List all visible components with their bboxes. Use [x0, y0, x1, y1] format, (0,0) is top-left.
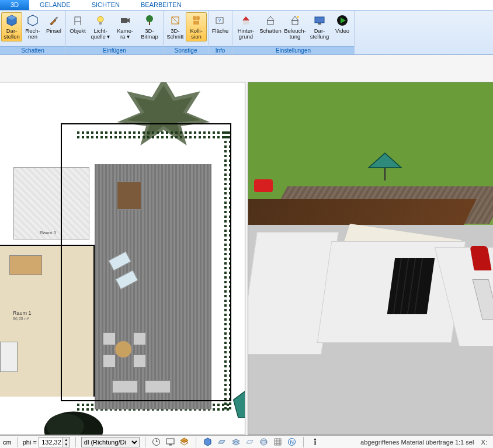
lightbulb-icon [94, 14, 107, 27]
svg-point-11 [146, 15, 153, 22]
svg-text:N: N [290, 439, 294, 445]
phi-input[interactable] [39, 439, 63, 446]
plane-light-icon[interactable] [245, 437, 255, 447]
phi-spin-up[interactable]: ▲ [63, 437, 70, 442]
svg-marker-47 [218, 440, 225, 443]
svg-marker-49 [232, 442, 239, 445]
ribbon: Dar- stellen Rech- nen Pinsel Schatten O… [0, 11, 493, 55]
collision-icon [190, 14, 203, 27]
ribbon-group-info: ? Fläche Info [209, 11, 232, 54]
ribbon-group-einstellungen: Hinter- grund Schatten Beleuch- tung Dar… [232, 11, 355, 54]
svg-rect-9 [121, 18, 127, 23]
svg-rect-42 [166, 439, 174, 444]
svg-point-51 [261, 439, 267, 445]
unit-label: cm [0, 439, 15, 446]
kollision-button[interactable]: Kolli- sion [186, 12, 207, 41]
svg-rect-4 [75, 17, 81, 22]
north-icon[interactable]: N [287, 437, 297, 447]
svg-rect-28 [318, 23, 321, 25]
room3-label: Raum 3 [40, 230, 56, 235]
tab-3d[interactable]: 3D [0, 0, 29, 10]
clock-icon[interactable] [151, 437, 161, 447]
svg-rect-17 [193, 21, 199, 25]
sphere-icon[interactable] [259, 437, 269, 447]
tab-bearbeiten[interactable]: BEARBEITEN [130, 0, 192, 10]
svg-point-15 [193, 16, 196, 20]
statusbar-tools: N [148, 437, 324, 447]
schnitt3d-button[interactable]: 3D- Schnitt [165, 12, 186, 41]
svg-point-16 [196, 16, 200, 20]
room1-label: Raum 1 [13, 310, 32, 316]
tree-icon [143, 14, 156, 27]
svg-rect-43 [169, 444, 172, 446]
tab-gelaende[interactable]: GELÄNDE [29, 0, 81, 10]
darstellen-button[interactable]: Dar- stellen [1, 12, 22, 41]
svg-marker-22 [267, 16, 274, 20]
svg-rect-56 [314, 441, 315, 445]
status-message: abgegriffenes Material übertrage 1:1 sel [360, 439, 474, 446]
objekt-button[interactable]: Objekt [67, 12, 88, 36]
svg-point-26 [297, 16, 299, 18]
coord-x-label: X: [481, 439, 487, 446]
section3d-icon [169, 14, 182, 27]
cube-color-icon[interactable] [203, 437, 213, 447]
svg-marker-46 [204, 438, 211, 446]
stack-icon[interactable] [231, 437, 241, 447]
2d-plan-viewport[interactable]: Raum 3 Raum 1 86,20 m² [0, 82, 245, 435]
bitmap3d-button[interactable]: 3D- Bitmap [137, 12, 162, 41]
darstellung-button[interactable]: Dar- stellung [307, 12, 332, 41]
house-light-icon [289, 14, 301, 27]
ribbon-group-einfuegen: Objekt Licht- quelle ▾ Kame- ra ▾ 3D- Bi… [66, 11, 164, 54]
dl-select[interactable]: dl (Richtung/Di [81, 437, 140, 447]
beleuchtung-button[interactable]: Beleuch- tung [283, 12, 307, 41]
chair-icon [71, 14, 84, 27]
phi-spin-down[interactable]: ▼ [63, 442, 70, 447]
house-shadow-icon [264, 14, 277, 27]
ribbon-tabstrip: 3D GELÄNDE SICHTEN BEARBEITEN [0, 0, 493, 11]
tab-sichten[interactable]: SICHTEN [81, 0, 130, 10]
svg-rect-12 [149, 22, 150, 25]
monitor-small-icon[interactable] [165, 437, 175, 447]
svg-line-14 [172, 17, 179, 24]
brush-icon [47, 14, 60, 27]
cube-shaded-icon [5, 14, 18, 27]
3d-viewport[interactable] [248, 82, 493, 435]
house-bg-icon [239, 14, 252, 27]
svg-marker-37 [369, 153, 401, 168]
camera-icon [119, 14, 131, 27]
ribbon-group-label: Sonstige [164, 46, 208, 54]
info-cursor-icon[interactable] [310, 437, 320, 447]
ribbon-group-label: Einstellungen [232, 46, 354, 54]
svg-marker-33 [234, 390, 245, 418]
ribbon-group-label: Einfügen [66, 46, 163, 54]
svg-rect-25 [292, 20, 298, 25]
ribbon-group-label: Info [209, 46, 232, 54]
plane-xy-icon[interactable] [217, 437, 227, 447]
kamera-button[interactable]: Kame- ra ▾ [113, 12, 137, 41]
hintergrund-button[interactable]: Hinter- grund [234, 12, 258, 41]
video-button[interactable]: Video [332, 12, 353, 36]
svg-marker-50 [246, 440, 253, 443]
svg-rect-23 [268, 20, 273, 25]
ribbon-group-schatten: Dar- stellen Rech- nen Pinsel Schatten [0, 11, 66, 54]
room1-area: 86,20 m² [13, 317, 29, 321]
svg-marker-20 [242, 16, 249, 20]
grid-icon[interactable] [273, 437, 283, 447]
svg-rect-55 [314, 439, 316, 440]
ribbon-group-sonstige: 3D- Schnitt Kolli- sion Sonstige [164, 11, 209, 54]
status-right: abgegriffenes Material übertrage 1:1 sel… [360, 439, 493, 446]
statusbar: cm phi = ▲ ▼ dl (Richtung/Di N abge [0, 435, 493, 448]
lichtquelle-button[interactable]: Licht- quelle ▾ [88, 12, 113, 41]
workspace: Raum 3 Raum 1 86,20 m² [0, 55, 493, 435]
layers-icon[interactable] [179, 437, 189, 447]
rechnen-button[interactable]: Rech- nen [22, 12, 43, 41]
schatten-button[interactable]: Schatten [258, 12, 283, 36]
pinsel-button[interactable]: Pinsel [43, 12, 64, 36]
svg-point-7 [98, 16, 103, 22]
phi-spinner[interactable]: ▲ ▼ [39, 437, 70, 447]
play-icon [336, 14, 349, 27]
monitor-icon [313, 14, 326, 27]
flaeche-button[interactable]: ? Fläche [210, 12, 231, 36]
svg-rect-27 [315, 17, 324, 23]
phi-label: phi = [23, 439, 37, 446]
